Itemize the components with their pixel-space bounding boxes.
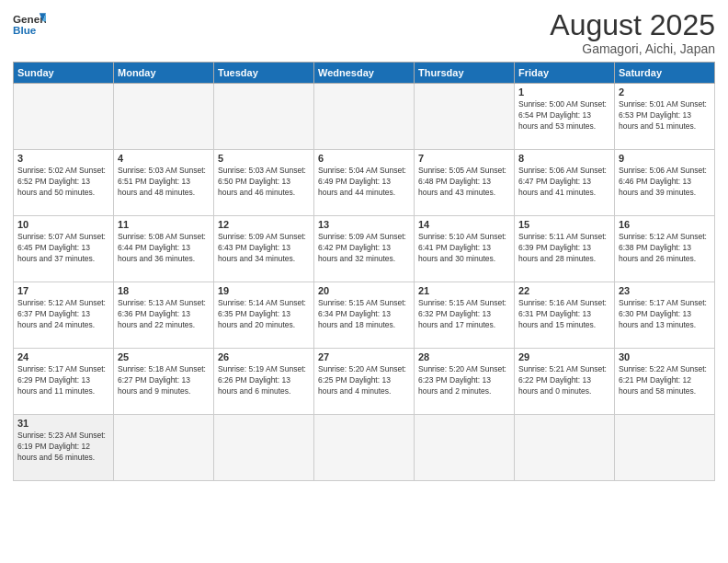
calendar-header-row: Sunday Monday Tuesday Wednesday Thursday…	[14, 63, 715, 84]
day-number: 2	[619, 86, 711, 98]
day-info: Sunrise: 5:19 AM Sunset: 6:26 PM Dayligh…	[218, 364, 310, 397]
calendar-week-row: 10Sunrise: 5:07 AM Sunset: 6:45 PM Dayli…	[14, 216, 715, 282]
day-number: 10	[17, 219, 109, 230]
day-number: 5	[218, 153, 310, 164]
calendar-cell: 20Sunrise: 5:15 AM Sunset: 6:34 PM Dayli…	[314, 282, 415, 349]
day-info: Sunrise: 5:02 AM Sunset: 6:52 PM Dayligh…	[17, 166, 109, 199]
day-info: Sunrise: 5:03 AM Sunset: 6:50 PM Dayligh…	[218, 166, 310, 199]
day-info: Sunrise: 5:15 AM Sunset: 6:34 PM Dayligh…	[318, 298, 410, 331]
day-info: Sunrise: 5:10 AM Sunset: 6:41 PM Dayligh…	[418, 232, 510, 265]
calendar-cell: 16Sunrise: 5:12 AM Sunset: 6:38 PM Dayli…	[615, 216, 715, 282]
calendar-cell: 25Sunrise: 5:18 AM Sunset: 6:27 PM Dayli…	[114, 349, 214, 415]
day-number: 15	[518, 219, 610, 230]
calendar-cell	[515, 415, 615, 481]
calendar-cell: 18Sunrise: 5:13 AM Sunset: 6:36 PM Dayli…	[114, 282, 214, 349]
day-info: Sunrise: 5:21 AM Sunset: 6:22 PM Dayligh…	[518, 364, 610, 397]
calendar-cell: 31Sunrise: 5:23 AM Sunset: 6:19 PM Dayli…	[14, 415, 114, 481]
calendar-cell: 17Sunrise: 5:12 AM Sunset: 6:37 PM Dayli…	[14, 282, 114, 349]
day-info: Sunrise: 5:17 AM Sunset: 6:30 PM Dayligh…	[619, 298, 711, 331]
header-saturday: Saturday	[615, 63, 715, 84]
calendar-cell	[415, 84, 515, 150]
day-info: Sunrise: 5:14 AM Sunset: 6:35 PM Dayligh…	[218, 298, 310, 331]
day-info: Sunrise: 5:23 AM Sunset: 6:19 PM Dayligh…	[17, 431, 109, 464]
calendar-cell: 29Sunrise: 5:21 AM Sunset: 6:22 PM Dayli…	[515, 349, 615, 415]
header-sunday: Sunday	[14, 63, 114, 84]
day-number: 9	[619, 153, 711, 164]
calendar-cell	[14, 84, 114, 150]
day-number: 20	[318, 285, 410, 296]
calendar-cell	[314, 415, 415, 481]
day-number: 17	[17, 285, 109, 296]
svg-text:Blue: Blue	[13, 24, 37, 36]
title-block: August 2025 Gamagori, Aichi, Japan	[550, 9, 715, 56]
day-info: Sunrise: 5:09 AM Sunset: 6:43 PM Dayligh…	[218, 232, 310, 265]
logo: General Blue	[13, 9, 46, 37]
calendar-cell: 11Sunrise: 5:08 AM Sunset: 6:44 PM Dayli…	[114, 216, 214, 282]
day-info: Sunrise: 5:13 AM Sunset: 6:36 PM Dayligh…	[118, 298, 210, 331]
day-info: Sunrise: 5:06 AM Sunset: 6:46 PM Dayligh…	[619, 166, 711, 199]
day-number: 26	[218, 351, 310, 362]
calendar-cell	[114, 84, 214, 150]
calendar-cell: 8Sunrise: 5:06 AM Sunset: 6:47 PM Daylig…	[515, 150, 615, 216]
day-info: Sunrise: 5:04 AM Sunset: 6:49 PM Dayligh…	[318, 166, 410, 199]
day-number: 18	[118, 285, 210, 296]
calendar-cell: 24Sunrise: 5:17 AM Sunset: 6:29 PM Dayli…	[14, 349, 114, 415]
header: General Blue August 2025 Gamagori, Aichi…	[13, 9, 715, 56]
day-info: Sunrise: 5:06 AM Sunset: 6:47 PM Dayligh…	[518, 166, 610, 199]
day-info: Sunrise: 5:09 AM Sunset: 6:42 PM Dayligh…	[318, 232, 410, 265]
calendar-week-row: 31Sunrise: 5:23 AM Sunset: 6:19 PM Dayli…	[14, 415, 715, 481]
location-title: Gamagori, Aichi, Japan	[550, 41, 715, 56]
day-info: Sunrise: 5:07 AM Sunset: 6:45 PM Dayligh…	[17, 232, 109, 265]
calendar-cell: 19Sunrise: 5:14 AM Sunset: 6:35 PM Dayli…	[214, 282, 314, 349]
day-number: 6	[318, 153, 410, 164]
calendar-week-row: 1Sunrise: 5:00 AM Sunset: 6:54 PM Daylig…	[14, 84, 715, 150]
day-info: Sunrise: 5:22 AM Sunset: 6:21 PM Dayligh…	[619, 364, 711, 397]
calendar-cell: 23Sunrise: 5:17 AM Sunset: 6:30 PM Dayli…	[615, 282, 715, 349]
day-number: 22	[518, 285, 610, 296]
header-tuesday: Tuesday	[214, 63, 314, 84]
calendar-cell: 9Sunrise: 5:06 AM Sunset: 6:46 PM Daylig…	[615, 150, 715, 216]
day-number: 14	[418, 219, 510, 230]
day-number: 23	[619, 285, 711, 296]
day-info: Sunrise: 5:03 AM Sunset: 6:51 PM Dayligh…	[118, 166, 210, 199]
calendar-cell: 2Sunrise: 5:01 AM Sunset: 6:53 PM Daylig…	[615, 84, 715, 150]
day-info: Sunrise: 5:17 AM Sunset: 6:29 PM Dayligh…	[17, 364, 109, 397]
calendar-cell: 27Sunrise: 5:20 AM Sunset: 6:25 PM Dayli…	[314, 349, 415, 415]
month-title: August 2025	[550, 9, 715, 41]
day-info: Sunrise: 5:12 AM Sunset: 6:37 PM Dayligh…	[17, 298, 109, 331]
day-info: Sunrise: 5:15 AM Sunset: 6:32 PM Dayligh…	[418, 298, 510, 331]
day-info: Sunrise: 5:00 AM Sunset: 6:54 PM Dayligh…	[518, 99, 610, 132]
calendar-cell: 12Sunrise: 5:09 AM Sunset: 6:43 PM Dayli…	[214, 216, 314, 282]
calendar-cell	[114, 415, 214, 481]
day-number: 13	[318, 219, 410, 230]
calendar-cell: 7Sunrise: 5:05 AM Sunset: 6:48 PM Daylig…	[415, 150, 515, 216]
calendar-cell: 21Sunrise: 5:15 AM Sunset: 6:32 PM Dayli…	[415, 282, 515, 349]
calendar-cell	[415, 415, 515, 481]
calendar-cell: 13Sunrise: 5:09 AM Sunset: 6:42 PM Dayli…	[314, 216, 415, 282]
calendar-cell: 15Sunrise: 5:11 AM Sunset: 6:39 PM Dayli…	[515, 216, 615, 282]
day-number: 19	[218, 285, 310, 296]
day-number: 1	[518, 86, 610, 98]
day-number: 28	[418, 351, 510, 362]
day-info: Sunrise: 5:16 AM Sunset: 6:31 PM Dayligh…	[518, 298, 610, 331]
header-wednesday: Wednesday	[314, 63, 415, 84]
day-info: Sunrise: 5:08 AM Sunset: 6:44 PM Dayligh…	[118, 232, 210, 265]
calendar-cell: 30Sunrise: 5:22 AM Sunset: 6:21 PM Dayli…	[615, 349, 715, 415]
day-number: 7	[418, 153, 510, 164]
day-info: Sunrise: 5:20 AM Sunset: 6:25 PM Dayligh…	[318, 364, 410, 397]
day-number: 21	[418, 285, 510, 296]
day-number: 4	[118, 153, 210, 164]
day-number: 27	[318, 351, 410, 362]
calendar-cell	[214, 84, 314, 150]
calendar-cell: 4Sunrise: 5:03 AM Sunset: 6:51 PM Daylig…	[114, 150, 214, 216]
day-number: 3	[17, 153, 109, 164]
day-number: 29	[518, 351, 610, 362]
calendar-cell	[314, 84, 415, 150]
calendar-cell: 10Sunrise: 5:07 AM Sunset: 6:45 PM Dayli…	[14, 216, 114, 282]
day-number: 11	[118, 219, 210, 230]
header-monday: Monday	[114, 63, 214, 84]
calendar-cell: 22Sunrise: 5:16 AM Sunset: 6:31 PM Dayli…	[515, 282, 615, 349]
calendar-cell: 1Sunrise: 5:00 AM Sunset: 6:54 PM Daylig…	[515, 84, 615, 150]
logo-icon: General Blue	[13, 9, 46, 37]
day-info: Sunrise: 5:11 AM Sunset: 6:39 PM Dayligh…	[518, 232, 610, 265]
